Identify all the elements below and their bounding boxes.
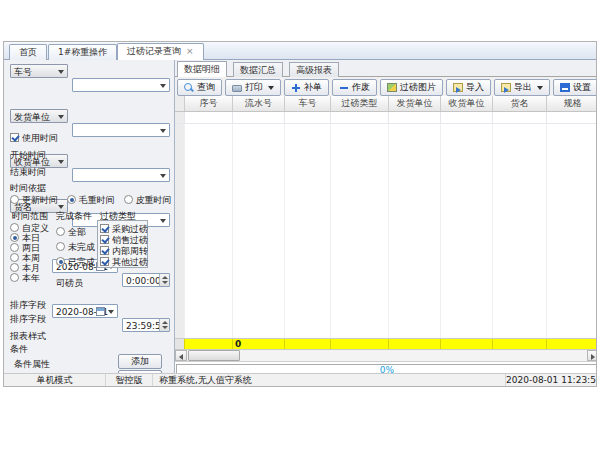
radio-this-month[interactable]: 本月 [10, 262, 49, 272]
radio-completed[interactable]: 已完成 [56, 256, 95, 271]
radio-this-year[interactable]: 本年 [10, 272, 49, 282]
use-time-checkbox[interactable] [10, 133, 19, 142]
checkbox-icon [100, 257, 109, 266]
radio-incomplete[interactable]: 未完成 [56, 241, 95, 256]
column-header-seq[interactable]: 序号 [185, 96, 233, 111]
start-time-label: 开始时间 [10, 149, 46, 162]
radio-today[interactable]: 本日 [10, 232, 49, 242]
empty-grid-row[interactable] [175, 112, 597, 124]
export-button[interactable]: 导出 [494, 79, 550, 96]
radio-tare-time[interactable]: 皮重时间 [124, 195, 172, 205]
sort-field-label: 排序字段 [10, 299, 46, 312]
checkbox-sales-weigh[interactable]: 销售过磅 [100, 234, 147, 245]
radio-custom[interactable]: 自定义 [10, 222, 49, 232]
spinner-arrows-icon[interactable] [159, 319, 169, 331]
printer-icon [232, 85, 242, 92]
radio-incomplete-label: 未完成 [68, 242, 95, 252]
print-button[interactable]: 打印 [225, 79, 281, 96]
column-header-sender[interactable]: 发货单位 [389, 96, 441, 111]
import-button-label: 导入 [466, 81, 484, 94]
void-button[interactable]: 作废 [332, 79, 377, 96]
grid-body[interactable] [175, 124, 597, 338]
use-time-checkbox-row[interactable]: 使用时间 [10, 132, 58, 145]
add-condition-button[interactable]: 添加 [118, 354, 162, 369]
grid-header-row: 序号 流水号 车号 过磅类型 发货单位 收货单位 货名 规格 [175, 96, 597, 112]
radio-icon [10, 263, 19, 272]
data-tab-bar: 数据明细 数据汇总 高级报表 [175, 60, 597, 77]
chevron-down-icon[interactable] [268, 86, 274, 90]
weighing-app-window: 首页 1#称重操作 过磅记录查询× 车号 发货单位 收货单位 货名 [3, 41, 597, 387]
field-filter-2-value-combo[interactable] [72, 123, 170, 137]
import-icon [453, 83, 463, 92]
chevron-down-icon [108, 310, 114, 314]
condition-section-label: 条件 [10, 343, 28, 356]
tab-data-detail[interactable]: 数据明细 [177, 61, 227, 77]
print-button-label: 打印 [245, 81, 263, 94]
column-header-flow-no[interactable]: 流水号 [233, 96, 285, 111]
radio-two-days[interactable]: 两日 [10, 242, 49, 252]
chevron-down-icon [160, 219, 166, 223]
radio-icon [10, 233, 19, 242]
radio-gross-time-label: 毛重时间 [79, 195, 115, 205]
condition-attribute-label: 条件属性 [14, 358, 50, 371]
tab-data-summary[interactable]: 数据汇总 [233, 62, 283, 77]
tab-home[interactable]: 首页 [9, 44, 47, 60]
radio-icon [56, 242, 65, 251]
radio-gross-time[interactable]: 毛重时间 [67, 195, 115, 205]
scroll-right-arrow-icon[interactable] [587, 350, 597, 361]
horizontal-scrollbar[interactable] [175, 350, 597, 362]
filter-panel: 车号 发货单位 收货单位 货名 使用时间 开始时间 2020-08-01 [4, 60, 174, 375]
radio-icon [10, 223, 19, 232]
record-grid: 序号 流水号 车号 过磅类型 发货单位 收货单位 货名 规格 0 [175, 96, 597, 375]
query-button[interactable]: 查询 [177, 79, 222, 96]
plus-icon [291, 83, 301, 93]
query-button-label: 查询 [197, 81, 215, 94]
tab-advanced-report[interactable]: 高级报表 [289, 62, 339, 77]
end-time-spinner[interactable]: 23:59:59 [122, 318, 170, 332]
radio-all[interactable]: 全部 [56, 226, 95, 241]
weigh-type-checkbox-group: 采购过磅 销售过磅 内部周转 其他过磅 [97, 220, 148, 268]
chevron-down-icon [58, 70, 64, 74]
start-time-value: 0:00:00 [126, 275, 161, 287]
checkbox-internal-transfer[interactable]: 内部周转 [100, 245, 147, 256]
close-tab-icon[interactable]: × [186, 46, 194, 56]
tab-weigh-record-query-label: 过磅记录查询 [127, 46, 181, 56]
field-filter-1-value-combo[interactable] [72, 78, 170, 92]
tab-weigh-record-query[interactable]: 过磅记录查询× [117, 43, 204, 60]
column-header-weigh-type[interactable]: 过磅类型 [331, 96, 389, 111]
settings-button[interactable]: 设置 [553, 79, 597, 96]
export-button-label: 导出 [514, 81, 532, 94]
radio-icon [10, 243, 19, 252]
radio-tare-time-label: 皮重时间 [135, 195, 171, 205]
radio-this-week[interactable]: 本周 [10, 252, 49, 262]
chevron-down-icon[interactable] [537, 86, 543, 90]
checkbox-other-weigh[interactable]: 其他过磅 [100, 256, 147, 267]
end-date-picker[interactable]: 2020-08-01 [52, 304, 118, 318]
supplement-order-button[interactable]: 补单 [284, 79, 329, 96]
status-edition: 智控版 [106, 374, 153, 386]
column-header-receiver[interactable]: 收货单位 [441, 96, 493, 111]
chevron-down-icon [58, 160, 64, 164]
start-time-spinner[interactable]: 0:00:00 [122, 273, 170, 287]
field-filter-3-value-combo[interactable] [72, 168, 170, 182]
radio-update-time[interactable]: 更新时间 [10, 195, 58, 205]
scrollbar-thumb[interactable] [188, 350, 240, 361]
column-header-truck-no[interactable]: 车号 [285, 96, 331, 111]
scroll-left-arrow-icon[interactable] [175, 350, 187, 361]
tab-weighing-operation[interactable]: 1#称重操作 [48, 44, 117, 60]
settings-icon [560, 83, 570, 92]
minus-icon [339, 83, 349, 93]
column-header-spec[interactable]: 规格 [547, 96, 597, 111]
field-filter-2-name-combo[interactable]: 发货单位 [10, 109, 68, 123]
import-button[interactable]: 导入 [446, 79, 491, 96]
sort-order-label: 排序字段 [10, 313, 46, 326]
checkbox-purchase-weigh[interactable]: 采购过磅 [100, 223, 147, 234]
spinner-arrows-icon[interactable] [159, 274, 169, 286]
field-filter-1-name-combo[interactable]: 车号 [10, 64, 68, 78]
add-condition-button-label: 添加 [131, 356, 149, 366]
void-button-label: 作废 [352, 81, 370, 94]
column-header-goods[interactable]: 货名 [493, 96, 547, 111]
weigh-image-button[interactable]: 过磅图片 [380, 79, 443, 96]
radio-update-time-label: 更新时间 [22, 195, 58, 205]
checkbox-icon [100, 235, 109, 244]
